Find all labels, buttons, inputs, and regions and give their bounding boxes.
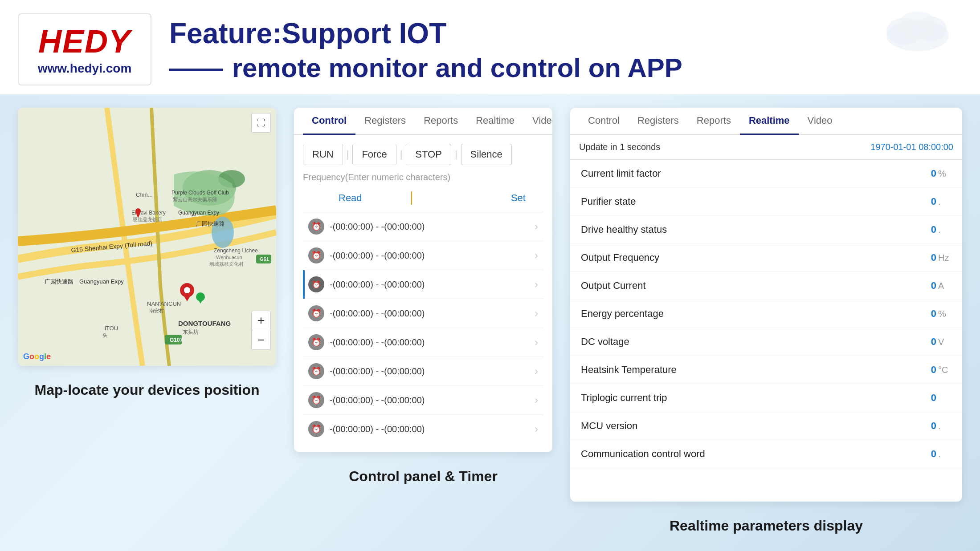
set-label[interactable]: Set (511, 192, 526, 204)
rt-tab-reports[interactable]: Reports (688, 108, 740, 135)
rt-tab-realtime[interactable]: Realtime (740, 108, 799, 135)
google-logo: Google (23, 352, 51, 361)
param-name-dc-voltage: DC voltage (581, 336, 931, 348)
param-drive-healthy: Drive healthy status 0 . (570, 216, 962, 244)
sep2: | (400, 149, 403, 160)
param-name-purifier: Purifier state (581, 196, 931, 207)
silence-button[interactable]: Silence (461, 144, 512, 165)
param-unit-purifier: . (938, 197, 951, 207)
svg-text:iTOU: iTOU (105, 325, 118, 332)
active-indicator (303, 270, 305, 299)
realtime-section: Control Registers Reports Realtime Video… (570, 108, 962, 543)
timer-arrow-4: › (535, 307, 538, 320)
param-value-mcu: 0 (931, 420, 936, 432)
param-value-dc-voltage: 0 (931, 336, 936, 348)
tab-video[interactable]: Video (523, 108, 552, 135)
timer-row[interactable]: ⏰ -(00:00:00) - -(00:00:00) › (303, 241, 543, 270)
svg-point-36 (135, 208, 141, 214)
param-value-output-freq: 0 (931, 252, 936, 263)
sep3: | (455, 149, 457, 160)
tab-control[interactable]: Control (303, 108, 355, 135)
param-value-triplogic: 0 (931, 392, 936, 404)
rt-tab-registers[interactable]: Registers (629, 108, 688, 135)
param-name-current-limit: Current limit factor (581, 168, 931, 179)
svg-text:广园快速路—Guangyuan Expy: 广园快速路—Guangyuan Expy (45, 278, 124, 285)
param-unit-current-limit: % (938, 169, 951, 179)
svg-text:广园快速路: 广园快速路 (196, 220, 225, 227)
param-name-drive-healthy: Drive healthy status (581, 224, 931, 235)
param-name-heatsink: Heatsink Temperature (581, 364, 931, 376)
tab-registers[interactable]: Registers (355, 108, 415, 135)
svg-text:G61: G61 (260, 256, 269, 262)
map-expand-button[interactable]: ⛶ (251, 113, 271, 133)
tab-realtime[interactable]: Realtime (467, 108, 523, 135)
read-label[interactable]: Read (339, 192, 362, 204)
tab-reports[interactable]: Reports (415, 108, 467, 135)
timer-row[interactable]: ⏰ -(00:00:00) - -(00:00:00) › (303, 328, 543, 357)
header-subtitle-text: remote monitor and control on APP (232, 53, 682, 83)
map-container: G15 Shenhai Expy (Toll road) 广园快速路 广园快速路… (18, 108, 276, 366)
stop-button[interactable]: STOP (406, 144, 451, 165)
svg-text:DONGTOUFANG: DONGTOUFANG (178, 320, 231, 327)
param-name-output-freq: Output Frequency (581, 252, 931, 263)
param-unit-comm-control: . (938, 449, 951, 459)
param-unit-heatsink: °C (938, 365, 951, 375)
svg-text:头: 头 (102, 332, 107, 338)
control-label: Control panel & Timer (294, 459, 552, 494)
param-value-energy-pct: 0 (931, 308, 936, 320)
run-buttons: RUN | Force | STOP | Silence (303, 144, 543, 165)
timer-row[interactable]: ⏰ -(00:00:00) - -(00:00:00) › (303, 299, 543, 328)
map-zoom-out-button[interactable]: − (251, 330, 271, 350)
timer-icon-2: ⏰ (308, 247, 324, 263)
realtime-header: Update in 1 seconds 1970-01-01 08:00:00 (570, 135, 962, 160)
param-unit-dc-voltage: V (938, 337, 951, 347)
timer-row[interactable]: ⏰ -(00:00:00) - -(00:00:00) › (303, 357, 543, 385)
timer-row[interactable]: ⏰ -(00:00:00) - -(00:00:00) › (303, 212, 543, 241)
map-zoom-in-button[interactable]: + (251, 311, 271, 330)
control-tabs: Control Registers Reports Realtime Video (294, 108, 552, 135)
svg-point-3 (898, 12, 938, 40)
timer-row[interactable]: ⏰ -(00:00:00) - -(00:00:00) › (303, 385, 543, 414)
control-panel: Control Registers Reports Realtime Video… (294, 108, 552, 452)
timer-time-3: -(00:00:00) - -(00:00:00) (330, 280, 535, 290)
timer-arrow-1: › (535, 220, 538, 233)
timer-time-7: -(00:00:00) - -(00:00:00) (330, 395, 535, 405)
param-list: Current limit factor 0 % Purifier state … (570, 160, 962, 468)
svg-text:南安村: 南安村 (149, 308, 164, 313)
param-current-limit: Current limit factor 0 % (570, 160, 962, 188)
timer-icon-4: ⏰ (308, 305, 324, 321)
param-name-output-current: Output Current (581, 280, 931, 292)
timer-row[interactable]: ⏰ -(00:00:00) - -(00:00:00) › (303, 414, 543, 443)
svg-text:NAN'ANCUN: NAN'ANCUN (147, 300, 181, 307)
read-set-row: Read Set (303, 188, 543, 208)
timer-time-1: -(00:00:00) - -(00:00:00) (330, 222, 535, 232)
timer-arrow-5: › (535, 336, 538, 348)
rt-tab-video[interactable]: Video (799, 108, 841, 135)
divider (411, 191, 412, 205)
timer-arrow-6: › (535, 365, 538, 377)
svg-text:Wenhuacun: Wenhuacun (216, 255, 242, 260)
svg-text:Zengcheng Lichee: Zengcheng Lichee (214, 247, 258, 254)
svg-text:东头坊: 东头坊 (183, 329, 199, 335)
svg-text:Purple Clouds Golf Club: Purple Clouds Golf Club (172, 190, 229, 196)
rt-tab-control[interactable]: Control (579, 108, 629, 135)
timer-arrow-3: › (535, 278, 538, 291)
param-unit-drive-healthy: . (938, 225, 951, 235)
header-text: Feature:Support IOT remote monitor and c… (169, 13, 962, 83)
param-value-heatsink: 0 (931, 364, 936, 376)
param-unit-output-current: A (938, 281, 951, 291)
run-button[interactable]: RUN (303, 144, 343, 165)
update-label: Update in 1 seconds (579, 142, 660, 152)
param-value-output-current: 0 (931, 280, 936, 292)
param-output-freq: Output Frequency 0 Hz (570, 244, 962, 272)
param-name-mcu: MCU version (581, 420, 931, 432)
param-comm-control: Communication control word 0 . (570, 440, 962, 468)
timer-row[interactable]: ⏰ -(00:00:00) - -(00:00:00) › (303, 270, 543, 299)
force-button[interactable]: Force (352, 144, 396, 165)
header-subtitle: remote monitor and control on APP (169, 53, 962, 83)
timer-time-6: -(00:00:00) - -(00:00:00) (330, 366, 535, 377)
param-energy-pct: Energy percentage 0 % (570, 300, 962, 328)
svg-text:增城荔枝文化村: 增城荔枝文化村 (209, 261, 244, 267)
timer-icon-6: ⏰ (308, 363, 324, 379)
update-time: 1970-01-01 08:00:00 (870, 142, 953, 152)
